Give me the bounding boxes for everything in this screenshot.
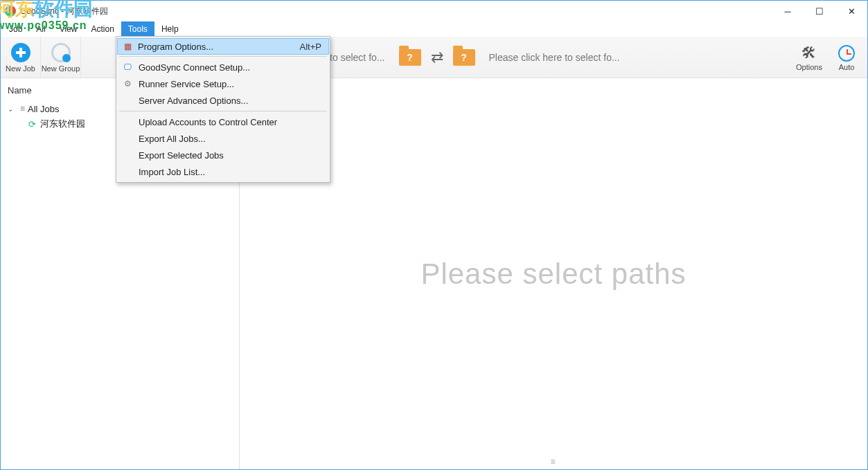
button-label: Options — [796, 63, 822, 71]
group-icon — [51, 43, 71, 62]
menubar: Job All View Action Tools Help — [1, 21, 867, 37]
menu-runner-setup[interactable]: ⚙ Runner Service Setup... — [118, 75, 328, 92]
button-label: Auto — [839, 63, 855, 71]
menu-server-advanced[interactable]: Server Advanced Options... — [118, 92, 328, 109]
wrench-icon: 🛠 — [801, 44, 817, 63]
menu-export-all[interactable]: Export All Jobs... — [118, 130, 328, 147]
maximize-button[interactable]: ☐ — [804, 1, 835, 21]
new-group-button[interactable]: New Group — [41, 37, 81, 78]
close-button[interactable]: ✕ — [835, 1, 867, 21]
menu-job[interactable]: Job — [2, 21, 29, 37]
folder-icon[interactable]: ? — [399, 49, 421, 66]
button-label: New Job — [6, 64, 35, 73]
button-label: New Group — [42, 64, 80, 73]
menu-all[interactable]: All — [29, 21, 52, 37]
right-path-button[interactable]: Please click here to select fo... — [485, 49, 624, 66]
menu-item-label: Upload Accounts to Control Center — [139, 117, 277, 127]
window-title: GoodSync - 河东软件园 — [20, 6, 108, 17]
menu-program-options[interactable]: ▦ Program Options... Alt+P — [117, 38, 329, 55]
group-icon: ≡ — [20, 104, 24, 114]
menu-upload-accounts[interactable]: Upload Accounts to Control Center — [118, 114, 328, 130]
new-job-button[interactable]: New Job — [1, 37, 41, 78]
menu-item-label: GoodSync Connect Setup... — [139, 62, 250, 73]
chevron-down-icon: ⌄ — [8, 105, 16, 113]
menu-item-label: Runner Service Setup... — [139, 79, 234, 89]
options-icon: ▦ — [122, 42, 133, 51]
clock-icon — [838, 45, 855, 62]
resize-grip[interactable]: ≡ — [550, 457, 556, 467]
tools-dropdown: ▦ Program Options... Alt+P 🖵 GoodSync Co… — [116, 36, 330, 183]
menu-import-job-list[interactable]: Import Job List... — [118, 163, 328, 180]
menu-item-label: Server Advanced Options... — [139, 96, 248, 106]
placeholder-text: Please select paths — [420, 257, 686, 291]
menu-item-label: Export All Jobs... — [139, 134, 206, 144]
menu-item-label: Export Selected Jobs — [139, 150, 224, 161]
plus-icon — [11, 43, 30, 62]
tree-label: 河东软件园 — [40, 118, 85, 130]
menu-help[interactable]: Help — [154, 21, 186, 37]
menu-connect-setup[interactable]: 🖵 GoodSync Connect Setup... — [118, 59, 328, 75]
swap-icon[interactable]: ⇄ — [431, 48, 443, 66]
menu-item-shortcut: Alt+P — [300, 42, 321, 52]
titlebar: GoodSync - 河东软件园 ─ ☐ ✕ — [1, 1, 867, 21]
tree-label: All Jobs — [28, 104, 60, 114]
sync-icon: ⟳ — [28, 119, 36, 129]
minimize-button[interactable]: ─ — [772, 1, 804, 21]
menu-action[interactable]: Action — [85, 21, 121, 37]
gear-icon: ⚙ — [122, 79, 133, 89]
app-icon — [5, 6, 16, 17]
auto-button[interactable]: Auto — [830, 37, 863, 78]
main-panel: Please select paths ≡ — [240, 78, 867, 469]
menu-separator — [119, 111, 327, 111]
menu-separator — [119, 56, 327, 57]
folder-icon[interactable]: ? — [453, 49, 475, 66]
menu-view[interactable]: View — [53, 21, 85, 37]
menu-item-label: Program Options... — [138, 42, 213, 52]
menu-export-selected[interactable]: Export Selected Jobs — [118, 147, 328, 163]
options-button[interactable]: 🛠 Options — [792, 37, 826, 78]
monitor-icon: 🖵 — [122, 62, 133, 72]
menu-tools[interactable]: Tools — [121, 21, 154, 37]
menu-item-label: Import Job List... — [139, 167, 205, 177]
